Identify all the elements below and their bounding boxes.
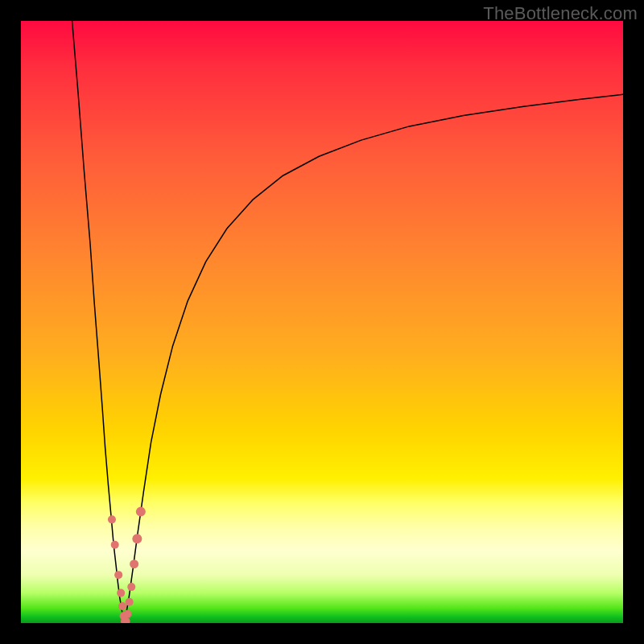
marker-dot bbox=[123, 610, 131, 618]
marker-dot bbox=[111, 541, 119, 549]
marker-dot bbox=[108, 515, 116, 523]
marker-dot bbox=[136, 507, 146, 517]
plot-area bbox=[21, 21, 623, 623]
curve-left-branch bbox=[72, 21, 125, 623]
marker-dot bbox=[132, 534, 142, 543]
marker-group bbox=[108, 507, 146, 623]
curve-layer bbox=[21, 21, 623, 623]
marker-dot bbox=[114, 571, 122, 579]
watermark-text: TheBottleneck.com bbox=[483, 3, 638, 24]
marker-dot bbox=[118, 602, 126, 610]
marker-dot bbox=[117, 589, 125, 597]
marker-dot bbox=[130, 559, 138, 568]
marker-dot bbox=[126, 598, 134, 606]
curve-right-branch bbox=[125, 94, 623, 623]
marker-dot bbox=[127, 583, 135, 591]
chart-frame: TheBottleneck.com bbox=[0, 0, 644, 644]
